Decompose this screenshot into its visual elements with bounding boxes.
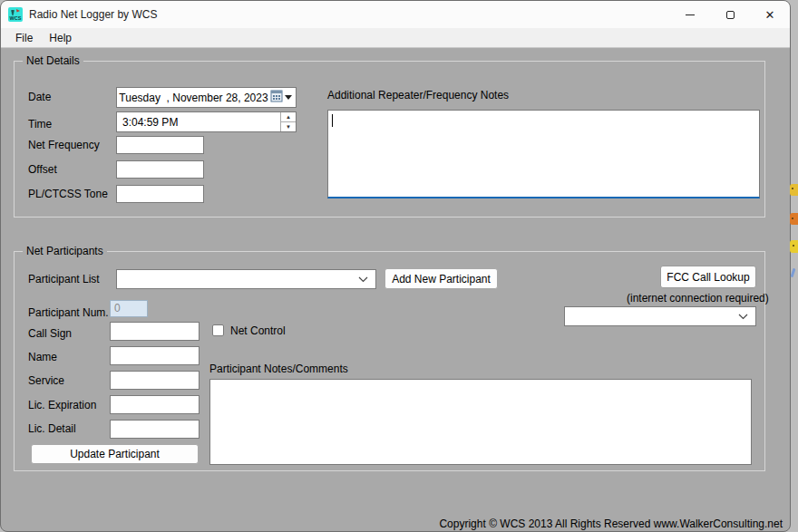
lic-detail-input[interactable] <box>110 420 200 439</box>
offset-label: Offset <box>28 163 57 176</box>
net-participants-legend: Net Participants <box>23 245 107 257</box>
chevron-down-icon <box>358 276 368 283</box>
text-caret <box>332 114 333 127</box>
offset-input[interactable] <box>116 160 204 179</box>
spinner-up-icon[interactable]: ▲ <box>281 112 296 122</box>
fcc-result-combobox[interactable] <box>564 306 756 326</box>
time-spinner: ▲ ▼ <box>280 112 296 131</box>
participant-num-field: 0 <box>110 300 148 317</box>
menubar: File Help <box>1 28 790 48</box>
participant-list-label: Participant List <box>28 273 100 285</box>
desktop-icon-fragment <box>790 184 798 196</box>
menu-file[interactable]: File <box>7 28 41 48</box>
minimize-icon <box>686 15 695 15</box>
copyright-text: Copyright © WCS 2013 All Rights Reserved… <box>439 517 783 530</box>
participant-notes-textarea[interactable] <box>209 379 752 465</box>
service-input[interactable] <box>110 371 200 390</box>
menu-help[interactable]: Help <box>41 28 80 48</box>
participant-notes-label: Participant Notes/Comments <box>209 363 348 375</box>
close-button[interactable]: ✕ <box>750 1 790 28</box>
pl-ctcss-tone-input[interactable] <box>116 185 204 203</box>
calendar-icon <box>270 90 283 105</box>
titlebar: WCS Radio Net Logger by WCS ✕ <box>1 1 790 28</box>
maximize-icon <box>726 11 735 19</box>
date-label: Date <box>28 91 51 103</box>
app-window: WCS Radio Net Logger by WCS ✕ File Help … <box>0 0 791 532</box>
time-value: 3:04:59 PM <box>117 116 178 129</box>
net-control-label: Net Control <box>230 324 286 337</box>
internet-required-note: (internet connection required) <box>627 292 769 305</box>
lic-expiration-label: Lic. Expiration <box>28 399 96 411</box>
svg-text:WCS: WCS <box>10 15 22 21</box>
participant-list-combobox[interactable] <box>116 269 376 289</box>
close-icon: ✕ <box>765 9 775 21</box>
date-value: Tuesday , November 28, 2023 <box>117 92 270 104</box>
lic-detail-label: Lic. Detail <box>28 422 76 435</box>
name-input[interactable] <box>110 346 200 365</box>
net-frequency-input[interactable] <box>116 136 204 154</box>
repeater-notes-textarea[interactable] <box>327 110 760 198</box>
call-sign-input[interactable] <box>110 322 200 341</box>
service-label: Service <box>28 374 64 387</box>
desktop-icon-fragment <box>791 268 796 277</box>
name-label: Name <box>28 351 57 363</box>
lic-expiration-input[interactable] <box>110 395 200 414</box>
net-frequency-label: Net Frequency <box>28 139 100 151</box>
desktop-icon-fragment <box>790 213 798 225</box>
window-controls: ✕ <box>670 1 790 28</box>
time-picker[interactable]: 3:04:59 PM ▲ ▼ <box>116 111 297 132</box>
wcs-app-icon: WCS <box>8 7 23 22</box>
window-title: Radio Net Logger by WCS <box>29 1 157 28</box>
date-dropdown-icon[interactable] <box>285 95 292 100</box>
repeater-notes-label: Additional Repeater/Frequency Notes <box>327 89 509 102</box>
date-picker[interactable]: Tuesday , November 28, 2023 <box>116 87 297 108</box>
pl-ctcss-tone-label: PL/CTCSS Tone <box>28 188 108 200</box>
net-details-legend: Net Details <box>23 54 83 67</box>
time-label: Time <box>28 118 52 131</box>
chevron-down-icon <box>738 314 748 320</box>
fcc-call-lookup-button[interactable]: FCC Call Lookup <box>660 266 756 288</box>
net-control-checkbox[interactable] <box>212 324 224 336</box>
add-new-participant-button[interactable]: Add New Participant <box>384 268 498 289</box>
desktop-icon-fragment <box>790 240 798 253</box>
call-sign-label: Call Sign <box>28 327 72 340</box>
spinner-down-icon[interactable]: ▼ <box>281 122 296 131</box>
minimize-button[interactable] <box>670 1 710 28</box>
maximize-button[interactable] <box>710 1 750 28</box>
participant-num-label: Participant Num. <box>28 306 109 319</box>
update-participant-button[interactable]: Update Participant <box>31 444 199 464</box>
